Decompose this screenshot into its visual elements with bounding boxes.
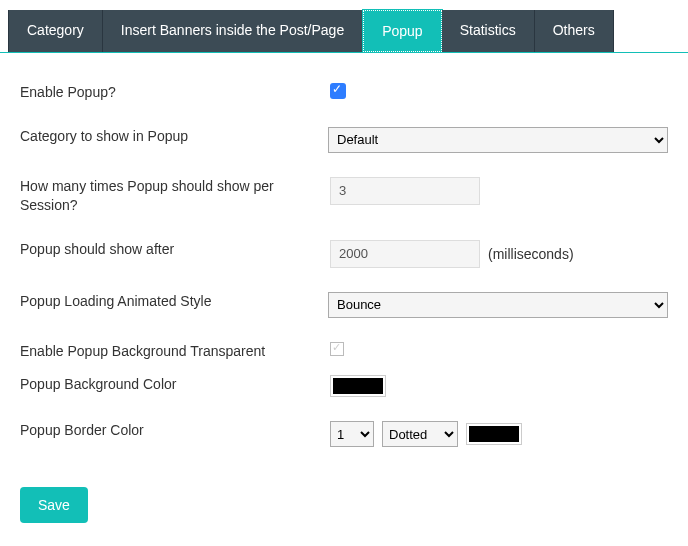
border-style-select[interactable]: Dotted xyxy=(382,421,458,447)
tab-statistics[interactable]: Statistics xyxy=(442,10,535,52)
category-label: Category to show in Popup xyxy=(20,127,328,147)
bg-transparent-label: Enable Popup Background Transparent xyxy=(20,342,330,362)
tab-bar: Category Insert Banners inside the Post/… xyxy=(0,0,688,53)
show-after-label: Popup should show after xyxy=(20,240,330,260)
animated-style-select[interactable]: Bounce xyxy=(328,292,668,318)
category-select[interactable]: Default xyxy=(328,127,668,153)
bg-transparent-checkbox[interactable] xyxy=(330,342,344,356)
tab-popup[interactable]: Popup xyxy=(363,10,441,52)
tab-category[interactable]: Category xyxy=(8,10,103,52)
animated-style-label: Popup Loading Animated Style xyxy=(20,292,328,312)
session-count-input[interactable] xyxy=(330,177,480,205)
show-after-input[interactable] xyxy=(330,240,480,268)
border-width-select[interactable]: 1 xyxy=(330,421,374,447)
tab-insert-banners[interactable]: Insert Banners inside the Post/Page xyxy=(103,10,363,52)
session-count-label: How many times Popup should show per Ses… xyxy=(20,177,330,216)
border-color-label: Popup Border Color xyxy=(20,421,330,441)
tab-others[interactable]: Others xyxy=(535,10,614,52)
border-color-picker[interactable] xyxy=(466,423,522,445)
enable-popup-checkbox[interactable] xyxy=(330,83,346,99)
popup-settings-form: Enable Popup? Category to show in Popup … xyxy=(0,53,688,481)
bg-color-picker[interactable] xyxy=(330,375,386,397)
show-after-suffix: (milliseconds) xyxy=(488,246,574,262)
enable-popup-label: Enable Popup? xyxy=(20,83,330,103)
bg-color-label: Popup Background Color xyxy=(20,375,330,395)
save-button[interactable]: Save xyxy=(20,487,88,523)
